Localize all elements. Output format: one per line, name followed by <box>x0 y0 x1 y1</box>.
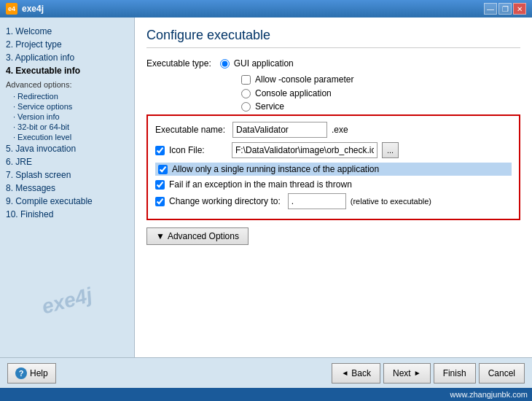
fail-exception-checkbox[interactable] <box>155 180 165 190</box>
change-dir-label: Change working directory to: <box>169 196 281 206</box>
restore-button[interactable]: ❐ <box>498 3 512 15</box>
change-dir-checkbox[interactable] <box>155 197 165 206</box>
sidebar-item-service-options[interactable]: · Service options <box>13 101 128 112</box>
finish-button[interactable]: Finish <box>434 363 476 384</box>
radio-gui-input[interactable] <box>220 59 230 69</box>
radio-service-input[interactable] <box>241 102 251 112</box>
icon-file-checkbox[interactable] <box>155 146 165 155</box>
title-bar: e4 exe4j — ❐ ✕ <box>0 0 532 17</box>
sidebar-item-project-type[interactable]: 2. Project type <box>6 38 128 51</box>
radio-gui-label: GUI application <box>234 58 294 69</box>
single-instance-row: Allow only a single running instance of … <box>155 163 512 176</box>
allow-console-row: Allow -console parameter <box>241 74 520 85</box>
sidebar-item-compile-exec[interactable]: 9. Compile executable <box>6 195 128 208</box>
main-content: Configure executable Executable type: GU… <box>135 17 532 357</box>
single-instance-checkbox[interactable] <box>158 165 168 174</box>
back-button[interactable]: ◄ Back <box>332 363 380 384</box>
sidebar-item-java-invocation[interactable]: 5. Java invocation <box>6 142 128 155</box>
window-title: exe4j <box>22 4 44 14</box>
exec-name-row: Executable name: .exe <box>155 122 512 138</box>
next-arrow-icon: ► <box>414 369 421 377</box>
sidebar-item-redirection[interactable]: · Redirection <box>13 91 128 101</box>
help-button[interactable]: ? Help <box>7 363 56 384</box>
exec-name-label: Executable name: <box>155 125 228 135</box>
back-arrow-icon: ◄ <box>341 369 348 377</box>
sidebar-advanced-label: Advanced options: <box>6 79 128 90</box>
fail-exception-row: Fail if an exception in the main thread … <box>155 179 512 190</box>
watermark: exe4j <box>0 272 135 330</box>
single-instance-label: Allow only a single running instance of … <box>172 164 379 174</box>
icon-file-input[interactable] <box>232 142 378 158</box>
exec-type-label: Executable type: <box>146 58 211 69</box>
radio-console-input[interactable] <box>241 89 251 98</box>
sidebar-item-app-info[interactable]: 3. Application info <box>6 51 128 64</box>
app-icon: e4 <box>6 3 17 15</box>
advanced-options-button[interactable]: ▼ Advanced Options <box>146 227 249 245</box>
sidebar-item-exec-info[interactable]: 4. Executable info <box>6 64 128 77</box>
sidebar-item-finished[interactable]: 10. Finished <box>6 208 128 221</box>
radio-console-label: Console application <box>255 88 332 98</box>
change-dir-input[interactable] <box>288 193 346 209</box>
exe-suffix: .exe <box>332 125 348 135</box>
sidebar-item-welcome[interactable]: 1. Welcome <box>6 25 128 38</box>
radio-service: Service <box>241 101 520 112</box>
window-controls: — ❐ ✕ <box>484 3 526 15</box>
sidebar-item-exec-level[interactable]: · Execution level <box>13 132 128 142</box>
relative-label: (relative to executable) <box>351 197 431 206</box>
sidebar-item-32-64-bit[interactable]: · 32-bit or 64-bit <box>13 122 128 132</box>
status-text: www.zhangjunbk.com <box>450 390 528 399</box>
help-icon: ? <box>15 367 27 379</box>
fail-exception-label: Fail if an exception in the main thread … <box>169 179 352 190</box>
sidebar: 1. Welcome 2. Project type 3. Applicatio… <box>0 17 135 357</box>
exec-name-input[interactable] <box>232 122 327 138</box>
dropdown-arrow-icon: ▼ <box>156 231 165 241</box>
highlighted-box: Executable name: .exe Icon File: ... <box>146 114 520 220</box>
sidebar-item-jre[interactable]: 6. JRE <box>6 155 128 168</box>
radio-gui: GUI application <box>220 58 294 69</box>
footer: ? Help ◄ Back Next ► Finish Cancel <box>0 357 532 388</box>
close-button[interactable]: ✕ <box>513 3 526 15</box>
radio-console: Console application <box>241 88 520 98</box>
allow-console-checkbox[interactable] <box>241 75 251 85</box>
cancel-button[interactable]: Cancel <box>479 363 525 384</box>
minimize-button[interactable]: — <box>484 3 497 15</box>
sidebar-item-splash-screen[interactable]: 7. Splash screen <box>6 168 128 182</box>
browse-button[interactable]: ... <box>382 142 399 158</box>
status-bar: www.zhangjunbk.com <box>0 388 532 401</box>
page-title: Configure executable <box>146 28 520 48</box>
radio-service-label: Service <box>255 101 284 112</box>
next-button[interactable]: Next ► <box>383 363 431 384</box>
allow-console-label: Allow -console parameter <box>255 74 353 85</box>
icon-file-row: Icon File: ... <box>155 142 512 158</box>
change-dir-row: Change working directory to: (relative t… <box>155 193 512 209</box>
sidebar-item-messages[interactable]: 8. Messages <box>6 182 128 195</box>
icon-file-label: Icon File: <box>169 145 227 155</box>
sidebar-item-version-info[interactable]: · Version info <box>13 112 128 122</box>
main-window: 1. Welcome 2. Project type 3. Applicatio… <box>0 17 532 401</box>
exec-type-row: Executable type: GUI application <box>146 58 520 69</box>
